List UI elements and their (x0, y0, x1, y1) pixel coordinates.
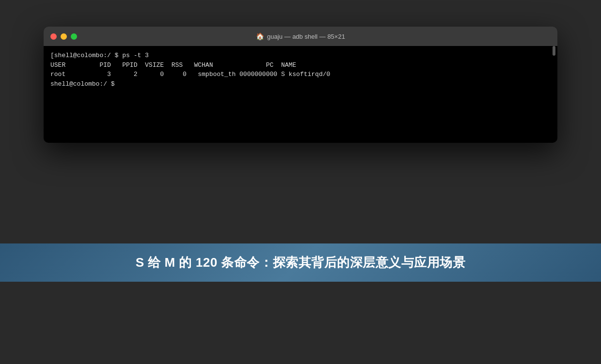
terminal-line-1: [shell@colombo:/ $ ps -t 3 (50, 51, 551, 61)
terminal-line-3: root 3 2 0 0 smpboot_th 0000000000 S kso… (50, 70, 551, 79)
lock-icon: 🏠 (256, 32, 264, 40)
banner-text: S 给 M 的 120 条命令：探索其背后的深层意义与应用场景 (136, 254, 466, 271)
scrollbar[interactable] (553, 46, 555, 56)
terminal-titlebar: 🏠 guaju — adb shell — 85×21 (44, 27, 557, 46)
terminal-body[interactable]: [shell@colombo:/ $ ps -t 3 USER PID PPID… (44, 46, 557, 143)
terminal-line-4: shell@colombo:/ $ (50, 79, 551, 89)
close-button[interactable] (50, 33, 57, 40)
terminal-title: 🏠 guaju — adb shell — 85×21 (256, 32, 345, 40)
banner: S 给 M 的 120 条命令：探索其背后的深层意义与应用场景 (0, 243, 601, 282)
page-wrapper: 🏠 guaju — adb shell — 85×21 [shell@colom… (0, 0, 601, 364)
maximize-button[interactable] (71, 33, 77, 40)
terminal-line-2: USER PID PPID VSIZE RSS WCHAN PC NAME (50, 61, 551, 70)
terminal-window: 🏠 guaju — adb shell — 85×21 [shell@colom… (44, 27, 557, 143)
traffic-lights (50, 33, 77, 40)
minimize-button[interactable] (61, 33, 67, 40)
title-text: guaju — adb shell — 85×21 (267, 33, 345, 40)
